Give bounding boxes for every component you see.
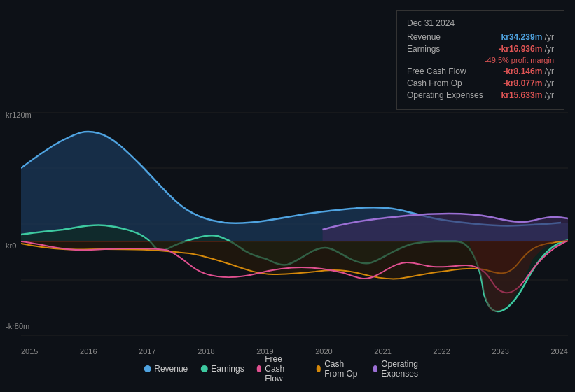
y-label-zero: kr0: [6, 241, 16, 250]
tooltip-opex-row: Operating Expenses kr15.633m /yr: [407, 90, 554, 100]
tooltip-fcf-value: -kr8.146m /yr: [503, 66, 554, 76]
tooltip-earnings-row: Earnings -kr16.936m /yr: [407, 44, 554, 54]
legend-revenue[interactable]: Revenue: [144, 364, 188, 374]
tooltip-revenue-value: kr34.239m /yr: [501, 32, 554, 42]
legend-opex[interactable]: Operating Expenses: [373, 359, 431, 379]
legend-fcf[interactable]: Free Cash Flow: [257, 354, 304, 384]
tooltip-fcf-label: Free Cash Flow: [407, 66, 466, 76]
legend-fcf-label: Free Cash Flow: [265, 354, 303, 384]
legend-cashfromop-label: Cash From Op: [324, 359, 360, 379]
legend-cashfromop-dot: [317, 365, 321, 372]
x-label-2023: 2023: [492, 347, 508, 356]
tooltip-revenue-label: Revenue: [407, 32, 441, 42]
tooltip-revenue-row: Revenue kr34.239m /yr: [407, 32, 554, 42]
tooltip-fcf-row: Free Cash Flow -kr8.146m /yr: [407, 66, 554, 76]
x-label-2015: 2015: [21, 347, 38, 356]
tooltip-profit-margin-value: -49.5% profit margin: [485, 56, 554, 64]
legend-revenue-dot: [144, 365, 151, 372]
tooltip-date: Dec 31 2024: [407, 18, 554, 28]
chart-legend: Revenue Earnings Free Cash Flow Cash Fro…: [144, 354, 431, 384]
tooltip-cashfromop-label: Cash From Op: [407, 78, 462, 88]
legend-cashfromop[interactable]: Cash From Op: [317, 359, 361, 379]
legend-opex-label: Operating Expenses: [381, 359, 431, 379]
x-label-2022: 2022: [433, 347, 450, 356]
x-label-2016: 2016: [80, 347, 97, 356]
chart-container: Dec 31 2024 Revenue kr34.239m /yr Earnin…: [0, 0, 575, 392]
tooltip-opex-label: Operating Expenses: [407, 90, 483, 100]
legend-earnings[interactable]: Earnings: [200, 364, 244, 374]
legend-opex-dot: [373, 365, 378, 372]
legend-revenue-label: Revenue: [154, 364, 188, 374]
tooltip-opex-value: kr15.633m /yr: [501, 90, 554, 100]
main-chart: [21, 112, 568, 336]
tooltip-profit-margin-row: -49.5% profit margin: [407, 56, 554, 64]
legend-fcf-dot: [257, 365, 262, 372]
tooltip-earnings-value: -kr16.936m /yr: [499, 44, 554, 54]
tooltip-box: Dec 31 2024 Revenue kr34.239m /yr Earnin…: [396, 10, 564, 110]
tooltip-cashfromop-row: Cash From Op -kr8.077m /yr: [407, 78, 554, 88]
x-label-2024: 2024: [550, 347, 567, 356]
tooltip-cashfromop-value: -kr8.077m /yr: [503, 78, 554, 88]
legend-earnings-label: Earnings: [211, 364, 244, 374]
tooltip-earnings-label: Earnings: [407, 44, 440, 54]
legend-earnings-dot: [200, 365, 207, 372]
